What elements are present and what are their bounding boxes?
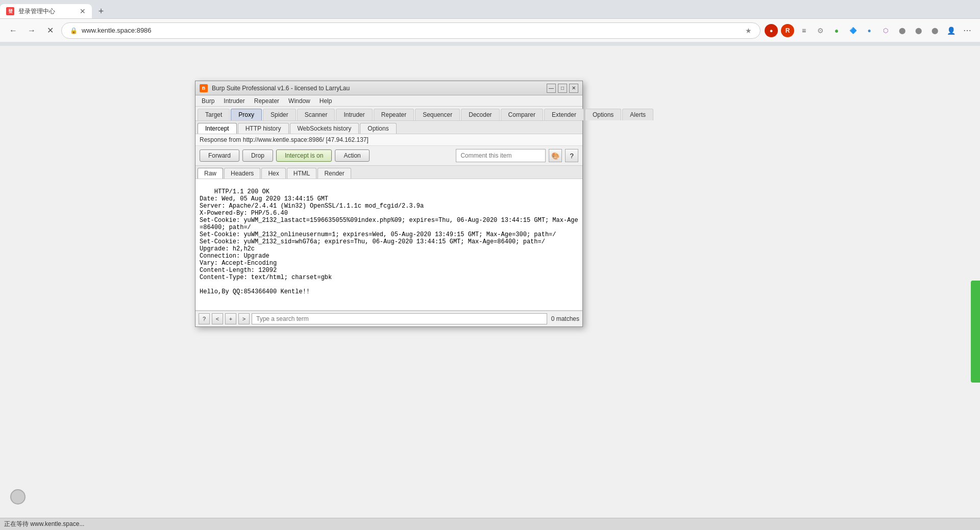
loading-indicator bbox=[10, 489, 26, 504]
status-text: 正在等待 www.kentle.space... bbox=[4, 520, 84, 528]
highlight-icon[interactable]: 🎨 bbox=[549, 149, 562, 162]
nav-icon-6[interactable]: 🔷 bbox=[846, 24, 860, 37]
menu-repeater[interactable]: Repeater bbox=[250, 96, 283, 106]
back-button[interactable]: ← bbox=[6, 23, 20, 38]
tab-decoder[interactable]: Decoder bbox=[461, 109, 499, 120]
tab-scanner[interactable]: Scanner bbox=[297, 109, 335, 120]
nav-icon-2[interactable]: R bbox=[781, 24, 794, 37]
browser-chrome: 登 登录管理中心 ✕ + ← → ✕ 🔒 www.kentle.space:89… bbox=[0, 0, 980, 46]
http-response-text: HTTP/1.1 200 OK Date: Wed, 05 Aug 2020 1… bbox=[200, 188, 578, 295]
forward-button[interactable]: Forward bbox=[200, 149, 239, 162]
nav-icon-3[interactable]: ≡ bbox=[797, 24, 811, 37]
nav-icon-11[interactable]: ⬤ bbox=[928, 24, 941, 37]
intercept-toggle-button[interactable]: Intercept is on bbox=[276, 149, 332, 162]
action-button[interactable]: Action bbox=[335, 149, 369, 162]
status-bar: 正在等待 www.kentle.space... bbox=[0, 518, 980, 530]
minimize-button[interactable]: — bbox=[547, 84, 556, 93]
search-next-button[interactable]: > bbox=[238, 313, 250, 324]
url-text: www.kentle.space:8986 bbox=[82, 27, 741, 34]
search-next-button-plus[interactable]: + bbox=[225, 313, 236, 324]
search-input[interactable] bbox=[252, 313, 547, 324]
content-tab-headers[interactable]: Headers bbox=[224, 168, 260, 179]
nav-bar: ← → ✕ 🔒 www.kentle.space:8986 ★ ● R ≡ ⚙ … bbox=[0, 18, 980, 42]
search-help-button[interactable]: ? bbox=[199, 313, 210, 324]
menu-help[interactable]: Help bbox=[315, 96, 336, 106]
tab-repeater[interactable]: Repeater bbox=[374, 109, 414, 120]
drop-button[interactable]: Drop bbox=[242, 149, 273, 162]
tab-intruder[interactable]: Intruder bbox=[336, 109, 372, 120]
match-count: 0 matches bbox=[551, 315, 579, 322]
burp-titlebar: B Burp Suite Professional v1.6 - license… bbox=[195, 81, 582, 95]
burp-logo: B bbox=[200, 84, 208, 92]
search-bar: ? < + > 0 matches bbox=[195, 311, 582, 326]
menu-window[interactable]: Window bbox=[284, 96, 314, 106]
response-info: Response from http://www.kentle.space:89… bbox=[200, 136, 369, 143]
sub-tabs: Intercept HTTP history WebSockets histor… bbox=[195, 121, 582, 134]
tab-sequencer[interactable]: Sequencer bbox=[415, 109, 460, 120]
subtab-intercept[interactable]: Intercept bbox=[198, 123, 237, 134]
nav-icon-5[interactable]: ● bbox=[830, 24, 843, 37]
tab-comparer[interactable]: Comparer bbox=[501, 109, 543, 120]
more-button[interactable]: ⋯ bbox=[961, 24, 974, 37]
tab-alerts[interactable]: Alerts bbox=[622, 109, 653, 120]
tab-spider[interactable]: Spider bbox=[263, 109, 296, 120]
new-tab-button[interactable]: + bbox=[94, 4, 108, 18]
active-tab[interactable]: 登 登录管理中心 ✕ bbox=[0, 4, 92, 18]
forward-button[interactable]: → bbox=[24, 23, 39, 38]
subtab-options[interactable]: Options bbox=[360, 123, 396, 134]
address-bar[interactable]: 🔒 www.kentle.space:8986 ★ bbox=[61, 22, 761, 39]
subtab-websockets-history[interactable]: WebSockets history bbox=[290, 123, 359, 134]
nav-icon-9[interactable]: ⬤ bbox=[895, 24, 909, 37]
menu-burp[interactable]: Burp bbox=[198, 96, 218, 106]
search-prev-button[interactable]: < bbox=[212, 313, 223, 324]
tab-target[interactable]: Target bbox=[198, 109, 230, 120]
content-tabs: Raw Headers Hex HTML Render bbox=[195, 166, 582, 179]
tab-options[interactable]: Options bbox=[585, 109, 621, 120]
main-tabs: Target Proxy Spider Scanner Intruder Rep… bbox=[195, 107, 582, 121]
close-button[interactable]: ✕ bbox=[569, 84, 578, 93]
subtab-http-history[interactable]: HTTP history bbox=[238, 123, 289, 134]
nav-icon-8[interactable]: ⬡ bbox=[879, 24, 892, 37]
nav-icon-7[interactable]: ● bbox=[863, 24, 876, 37]
nav-icon-12[interactable]: 👤 bbox=[944, 24, 958, 37]
tab-favicon: 登 bbox=[6, 7, 14, 15]
burp-title: Burp Suite Professional v1.6 - licensed … bbox=[212, 85, 543, 92]
content-tab-render[interactable]: Render bbox=[317, 168, 351, 179]
content-tab-raw[interactable]: Raw bbox=[198, 168, 223, 179]
nav-icon-1[interactable]: ● bbox=[765, 24, 778, 37]
tab-proxy[interactable]: Proxy bbox=[231, 109, 262, 120]
tab-bar: 登 登录管理中心 ✕ + bbox=[0, 0, 980, 18]
http-content-area[interactable]: HTTP/1.1 200 OK Date: Wed, 05 Aug 2020 1… bbox=[195, 179, 582, 311]
info-bar: Response from http://www.kentle.space:89… bbox=[195, 134, 582, 146]
tab-close-button[interactable]: ✕ bbox=[80, 7, 86, 15]
nav-icons: ● R ≡ ⚙ ● 🔷 ● ⬡ ⬤ ⬤ ⬤ 👤 ⋯ bbox=[765, 24, 974, 37]
menu-intruder[interactable]: Intruder bbox=[219, 96, 249, 106]
burp-menubar: Burp Intruder Repeater Window Help bbox=[195, 95, 582, 107]
reload-button[interactable]: ✕ bbox=[43, 23, 57, 38]
content-tab-hex[interactable]: Hex bbox=[261, 168, 285, 179]
comment-input[interactable] bbox=[456, 149, 546, 162]
burp-window: B Burp Suite Professional v1.6 - license… bbox=[195, 81, 583, 327]
green-sidebar[interactable] bbox=[971, 281, 980, 383]
nav-icon-4[interactable]: ⚙ bbox=[814, 24, 827, 37]
maximize-button[interactable]: □ bbox=[558, 84, 567, 93]
tab-extender[interactable]: Extender bbox=[544, 109, 584, 120]
content-tab-html[interactable]: HTML bbox=[287, 168, 317, 179]
nav-icon-10[interactable]: ⬤ bbox=[912, 24, 925, 37]
tab-title: 登录管理中心 bbox=[18, 7, 55, 16]
window-controls: — □ ✕ bbox=[547, 84, 578, 93]
help-icon[interactable]: ? bbox=[565, 149, 578, 162]
action-bar: Forward Drop Intercept is on Action 🎨 ? bbox=[195, 146, 582, 166]
